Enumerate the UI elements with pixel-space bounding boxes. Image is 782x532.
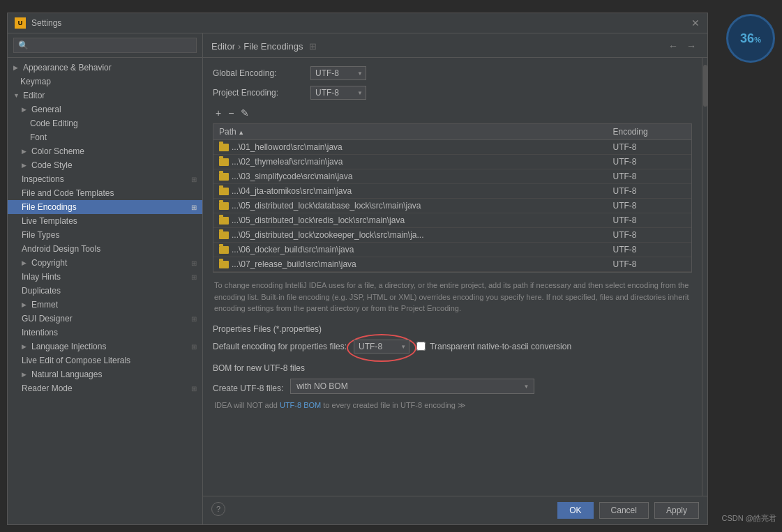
sidebar-item-file-types[interactable]: File Types [8,228,202,242]
arrow-icon: ▶ [22,343,29,350]
sidebar: ▶ Appearance & Behavior Keymap ▼ Editor … [8,33,203,524]
sidebar-item-font[interactable]: Font [8,130,202,144]
project-encoding-dropdown[interactable]: UTF-8 [310,86,366,100]
default-encoding-dropdown-wrap: UTF-8 [354,340,409,354]
global-encoding-row: Global Encoding: UTF-8 [213,66,692,80]
arrow-icon: ▶ [22,371,29,378]
table-row[interactable]: ...\01_helloword\src\main\java UTF-8 [213,140,691,155]
content-header: Editor › File Encodings ⊞ ← → [203,33,707,58]
settings-icon: ⊞ [191,385,197,393]
table-row[interactable]: ...\05_distributed_lock\redis_lock\src\m… [213,213,691,228]
badge-widget: 36% [726,14,775,63]
sidebar-item-keymap[interactable]: Keymap [8,75,202,89]
sidebar-item-live-edit[interactable]: Live Edit of Compose Literals [8,354,202,367]
dialog-body: ▶ Appearance & Behavior Keymap ▼ Editor … [8,33,707,524]
encoding-table-scroll[interactable]: Path Encoding ...\01_helloword\src\main\… [213,124,691,272]
forward-button[interactable]: → [684,39,699,53]
breadcrumb-icon: ⊞ [309,41,317,52]
table-row[interactable]: ...\03_simplifycode\src\main\java UTF-8 [213,169,691,184]
table-cell-path: ...\02_thymeleaf\src\main\java [213,155,608,169]
sidebar-item-appearance[interactable]: ▶ Appearance & Behavior [8,61,202,75]
folder-icon [219,202,229,210]
folder-icon [219,144,229,151]
sidebar-item-live-templates[interactable]: Live Templates [8,214,202,228]
edit-button[interactable]: ✎ [238,107,252,119]
close-button[interactable]: ✕ [691,18,700,28]
sidebar-item-code-editing[interactable]: Code Editing [8,116,202,130]
bom-section: BOM for new UTF-8 files Create UTF-8 fil… [213,363,692,413]
transparent-checkbox[interactable] [416,342,426,351]
transparent-checkbox-row: Transparent native-to-ascii conversion [416,342,571,351]
table-cell-path: ...\03_simplifycode\src\main\java [213,169,608,184]
properties-section: Properties Files (*.properties) Default … [213,324,692,354]
folder-icon [219,217,229,225]
table-row[interactable]: ...\07_release_build\src\main\java UTF-8 [213,257,691,272]
settings-icon: ⊞ [191,343,197,351]
sidebar-item-editor[interactable]: ▼ Editor [8,89,202,102]
col-encoding: Encoding [608,124,691,140]
sidebar-item-language-injections[interactable]: ▶ Language Injections ⊞ [8,340,202,354]
table-row[interactable]: ...\06_docker_build\src\main\java UTF-8 [213,243,691,257]
app-icon: U [15,17,26,29]
settings-icon: ⊞ [191,259,197,267]
arrow-icon: ▼ [13,92,20,99]
folder-icon [219,188,229,195]
folder-icon [219,246,229,254]
right-scrollbar[interactable] [702,58,707,496]
table-cell-encoding: UTF-8 [608,213,691,228]
transparent-label[interactable]: Transparent native-to-ascii conversion [430,342,571,351]
bom-row: Create UTF-8 files: with NO BOM [213,379,692,398]
table-cell-encoding: UTF-8 [608,199,691,213]
bom-select[interactable]: with NO BOM [290,379,534,394]
search-box [8,33,202,58]
table-row[interactable]: ...\05_distributed_lock\database_lock\sr… [213,199,691,213]
bom-note-suffix: to every created file in UTF-8 encoding … [321,401,466,409]
sidebar-item-copyright[interactable]: ▶ Copyright ⊞ [8,256,202,270]
apply-button[interactable]: Apply [654,502,699,519]
sidebar-item-reader-mode[interactable]: Reader Mode ⊞ [8,381,202,395]
table-cell-path: ...\01_helloword\src\main\java [213,140,608,155]
default-encoding-properties-dropdown[interactable]: UTF-8 [354,340,409,354]
cancel-button[interactable]: Cancel [599,502,649,519]
bom-section-title: BOM for new UTF-8 files [213,363,692,373]
breadcrumb-part1: Editor [211,41,235,52]
table-cell-encoding: UTF-8 [608,243,691,257]
settings-dialog: U Settings ✕ ▶ Appearance & Behavior Key… [7,13,708,525]
add-button[interactable]: + [213,107,224,119]
nav-buttons: ← → [666,39,699,53]
bom-link[interactable]: UTF-8 BOM [280,401,321,409]
table-row[interactable]: ...\02_thymeleaf\src\main\java UTF-8 [213,155,691,169]
sidebar-item-file-encodings[interactable]: File Encodings ⊞ [8,200,202,214]
sidebar-item-inlay-hints[interactable]: Inlay Hints ⊞ [8,270,202,284]
sidebar-item-duplicates[interactable]: Duplicates [8,284,202,298]
global-encoding-label: Global Encoding: [213,68,303,78]
back-button[interactable]: ← [666,39,681,53]
sidebar-item-inspections[interactable]: Inspections ⊞ [8,172,202,186]
default-encoding-label: Default encoding for properties files: [213,342,347,351]
dialog-title: Settings [31,18,61,28]
sidebar-item-color-scheme[interactable]: ▶ Color Scheme [8,144,202,158]
global-encoding-dropdown[interactable]: UTF-8 [310,66,366,80]
sidebar-item-natural-languages[interactable]: ▶ Natural Languages [8,367,202,381]
breadcrumb-separator: › [238,41,241,52]
sidebar-item-code-style[interactable]: ▶ Code Style [8,158,202,172]
sidebar-item-file-code-templates[interactable]: File and Code Templates [8,186,202,200]
remove-button[interactable]: − [225,107,236,119]
sidebar-item-general[interactable]: ▶ General [8,102,202,116]
project-encoding-dropdown-wrap: UTF-8 [310,86,366,100]
table-row[interactable]: ...\05_distributed_lock\zookeeper_lock\s… [213,228,691,243]
table-cell-path: ...\04_jta-atomikos\src\main\java [213,184,608,199]
sidebar-item-intentions[interactable]: Intentions [8,326,202,340]
content-body: Global Encoding: UTF-8 Project Encoding: [203,58,702,496]
sidebar-item-android-design[interactable]: Android Design Tools [8,242,202,256]
ok-button[interactable]: OK [557,502,593,519]
arrow-icon: ▶ [22,162,29,169]
help-button[interactable]: ? [211,502,225,516]
sidebar-item-emmet[interactable]: ▶ Emmet [8,298,202,312]
search-input[interactable] [13,38,197,53]
badge-value: 36% [740,31,761,46]
table-cell-encoding: UTF-8 [608,169,691,184]
sidebar-item-gui-designer[interactable]: GUI Designer ⊞ [8,312,202,326]
table-row[interactable]: ...\04_jta-atomikos\src\main\java UTF-8 [213,184,691,199]
bom-note: IDEA will NOT add UTF-8 BOM to every cre… [213,398,692,413]
